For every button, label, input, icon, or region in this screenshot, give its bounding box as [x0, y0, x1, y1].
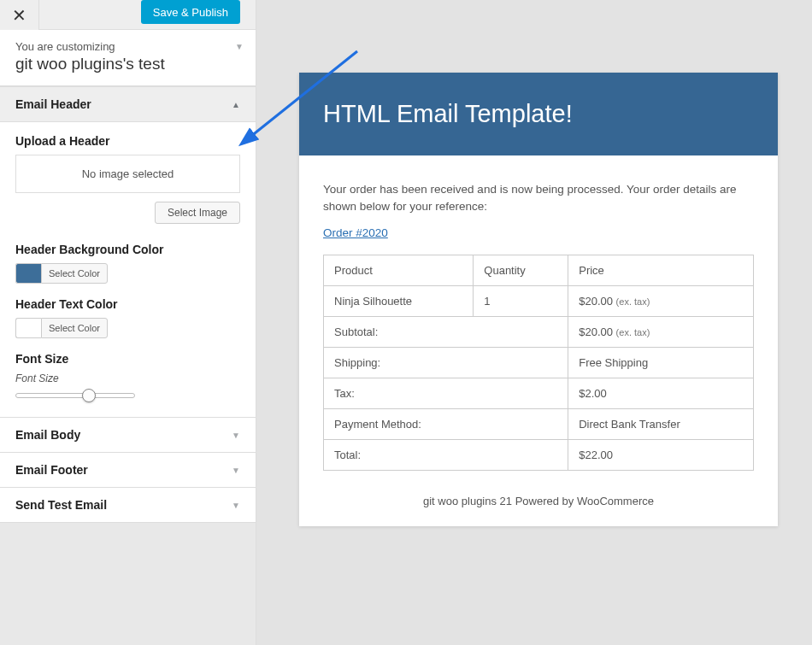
save-publish-button[interactable]: Save & Publish — [141, 0, 240, 24]
close-icon: ✕ — [12, 5, 26, 26]
customizer-sidebar: ✕ Save & Publish You are customizing git… — [0, 0, 256, 645]
section-send-test-email[interactable]: Send Test Email ▼ — [0, 487, 256, 523]
table-header-row: Product Quantity Price — [324, 255, 754, 285]
chevron-down-icon: ▼ — [232, 501, 240, 510]
order-link[interactable]: Order #2020 — [323, 226, 388, 239]
upload-header-label: Upload a Header — [15, 134, 240, 148]
font-size-slider[interactable] — [15, 393, 240, 398]
cell-tax-label: Tax: — [324, 378, 568, 408]
section-title: Email Header — [15, 97, 91, 111]
section-email-body[interactable]: Email Body ▼ — [0, 417, 256, 453]
cell-product: Ninja Silhouette — [324, 285, 474, 316]
cell-subtotal-label: Subtotal: — [324, 316, 568, 347]
section-title: Email Footer — [15, 463, 88, 477]
customizing-context: You are customizing git woo plugins's te… — [0, 30, 256, 86]
close-button[interactable]: ✕ — [0, 0, 39, 30]
section-email-header-body: Upload a Header No image selected Select… — [0, 122, 256, 418]
context-label: You are customizing — [15, 40, 240, 53]
bg-color-label: Header Background Color — [15, 243, 240, 256]
cell-total-val: $22.00 — [568, 439, 754, 470]
cell-shipping-val: Free Shipping — [568, 347, 754, 378]
color-swatch — [15, 263, 41, 284]
font-size-label: Font Size — [15, 352, 240, 366]
email-footer-text: git woo plugins 21 Powered by WooCommerc… — [323, 471, 754, 516]
cell-price: $20.00 (ex. tax) — [568, 285, 754, 316]
cell-qty: 1 — [474, 285, 568, 316]
select-text-color-button[interactable]: Select Color — [41, 318, 108, 338]
section-email-header[interactable]: Email Header ▲ — [0, 86, 256, 122]
table-row: Total: $22.00 — [324, 439, 754, 470]
table-row: Payment Method: Direct Bank Transfer — [324, 408, 754, 439]
chevron-down-icon: ▼ — [235, 42, 244, 51]
font-size-sublabel: Font Size — [15, 372, 240, 384]
slider-thumb[interactable] — [82, 389, 96, 402]
text-color-label: Header Text Color — [15, 297, 240, 311]
order-intro-text: Your order has been received and is now … — [323, 181, 754, 216]
cell-payment-label: Payment Method: — [324, 408, 568, 439]
chevron-down-icon: ▼ — [232, 466, 240, 475]
col-quantity: Quantity — [474, 255, 568, 285]
col-product: Product — [324, 255, 474, 285]
site-title: git woo plugins's test — [15, 55, 240, 73]
preview-pane: HTML Email Template! Your order has been… — [256, 0, 812, 645]
table-row: Ninja Silhouette 1 $20.00 (ex. tax) — [324, 285, 754, 316]
text-color-picker[interactable]: Select Color — [15, 318, 240, 338]
top-bar: ✕ Save & Publish — [0, 0, 256, 30]
chevron-down-icon: ▼ — [232, 431, 240, 440]
select-image-button[interactable]: Select Image — [155, 202, 240, 224]
table-row: Subtotal: $20.00 (ex. tax) — [324, 316, 754, 347]
col-price: Price — [568, 255, 754, 285]
section-email-footer[interactable]: Email Footer ▼ — [0, 452, 256, 488]
sidebar-filler — [0, 523, 256, 645]
section-title: Email Body — [15, 428, 80, 442]
email-preview: HTML Email Template! Your order has been… — [299, 73, 778, 526]
table-row: Tax: $2.00 — [324, 378, 754, 408]
email-header: HTML Email Template! — [299, 73, 778, 155]
cell-shipping-label: Shipping: — [324, 347, 568, 378]
color-swatch — [15, 318, 41, 338]
cell-subtotal-val: $20.00 (ex. tax) — [568, 316, 754, 347]
upload-dropzone[interactable]: No image selected — [15, 155, 240, 193]
bg-color-picker[interactable]: Select Color — [15, 263, 240, 284]
cell-total-label: Total: — [324, 439, 568, 470]
section-title: Send Test Email — [15, 498, 107, 512]
table-row: Shipping: Free Shipping — [324, 347, 754, 378]
email-body-content: Your order has been received and is now … — [299, 155, 778, 526]
order-table: Product Quantity Price Ninja Silhouette … — [323, 255, 754, 471]
cell-payment-val: Direct Bank Transfer — [568, 408, 754, 439]
cell-tax-val: $2.00 — [568, 378, 754, 408]
chevron-up-icon: ▲ — [232, 100, 240, 109]
select-bg-color-button[interactable]: Select Color — [41, 263, 108, 284]
